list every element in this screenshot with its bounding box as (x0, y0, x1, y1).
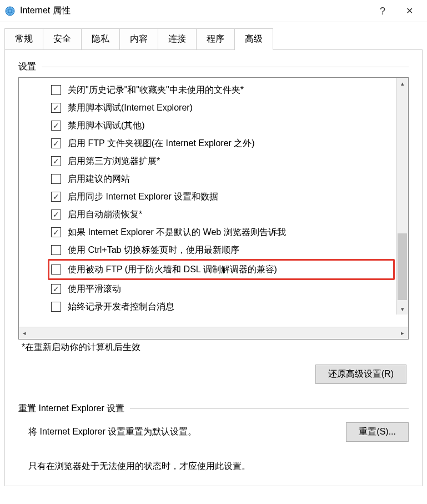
scroll-right-icon[interactable]: ▸ (397, 330, 408, 337)
setting-label: 禁用脚本调试(其他) (68, 120, 145, 132)
tab-privacy[interactable]: 隐私 (82, 28, 120, 50)
setting-row[interactable]: 使用被动 FTP (用于防火墙和 DSL 调制解调器的兼容) (48, 259, 395, 280)
tab-content[interactable]: 内容 (120, 28, 158, 50)
setting-row[interactable]: 启用第三方浏览器扩展* (51, 152, 395, 170)
setting-row[interactable]: 启用 FTP 文件夹视图(在 Internet Explorer 之外) (51, 134, 395, 152)
vertical-scrollbar[interactable]: ▴ ▾ (396, 78, 408, 315)
setting-label: 启用同步 Internet Explorer 设置和数据 (68, 191, 218, 203)
reset-group-title: 重置 Internet Explorer 设置 (18, 403, 409, 415)
setting-row[interactable]: 启用建议的网站 (51, 170, 395, 188)
checkbox[interactable] (51, 209, 61, 219)
tab-security[interactable]: 安全 (43, 28, 82, 50)
close-button[interactable]: ✕ (396, 0, 423, 22)
setting-label: 启用 FTP 文件夹视图(在 Internet Explorer 之外) (68, 138, 255, 149)
checkbox[interactable] (51, 192, 61, 202)
setting-label: 使用平滑滚动 (68, 283, 121, 295)
svg-point-0 (6, 7, 14, 16)
settings-list[interactable]: 关闭"历史记录"和"收藏夹"中未使用的文件夹*禁用脚本调试(Internet E… (19, 78, 408, 327)
tab-general[interactable]: 常规 (4, 28, 43, 50)
setting-row[interactable]: 使用平滑滚动 (51, 280, 395, 298)
restart-note: *在重新启动你的计算机后生效 (22, 342, 409, 353)
checkbox[interactable] (51, 103, 61, 113)
checkbox[interactable] (51, 121, 61, 131)
setting-label: 使用被动 FTP (用于防火墙和 DSL 调制解调器的兼容) (68, 264, 277, 276)
checkbox[interactable] (51, 85, 61, 95)
setting-label: 启用建议的网站 (68, 173, 130, 185)
scroll-up-icon[interactable]: ▴ (396, 78, 408, 89)
settings-group-label: 设置 (18, 61, 36, 73)
setting-label: 关闭"历史记录"和"收藏夹"中未使用的文件夹* (68, 84, 244, 96)
tab-bar: 常规 安全 隐私 内容 连接 程序 高级 (0, 28, 427, 49)
window-title: Internet 属性 (20, 5, 369, 17)
titlebar: Internet 属性 ? ✕ (0, 0, 427, 22)
setting-row[interactable]: 禁用脚本调试(Internet Explorer) (51, 99, 395, 117)
horizontal-scrollbar[interactable]: ◂ ▸ (19, 327, 408, 339)
settings-group-title: 设置 (18, 61, 409, 73)
checkbox[interactable] (51, 156, 61, 166)
setting-label: 禁用脚本调试(Internet Explorer) (68, 102, 193, 114)
checkbox[interactable] (51, 284, 61, 294)
reset-group-label: 重置 Internet Explorer 设置 (18, 403, 124, 415)
scroll-left-icon[interactable]: ◂ (19, 330, 30, 337)
setting-label: 始终记录开发者控制台消息 (68, 301, 174, 313)
scroll-thumb[interactable] (398, 233, 407, 300)
checkbox[interactable] (51, 265, 61, 275)
checkbox[interactable] (51, 245, 61, 255)
reset-note: 只有在浏览器处于无法使用的状态时，才应使用此设置。 (28, 461, 409, 472)
reset-section: 重置 Internet Explorer 设置 将 Internet Explo… (18, 403, 409, 472)
checkbox[interactable] (51, 227, 61, 237)
setting-row[interactable]: 启用同步 Internet Explorer 设置和数据 (51, 188, 395, 206)
reset-description: 将 Internet Explorer 设置重置为默认设置。 (28, 426, 346, 438)
setting-row[interactable]: 禁用脚本调试(其他) (51, 117, 395, 134)
help-button[interactable]: ? (369, 0, 396, 22)
checkbox[interactable] (51, 138, 61, 148)
setting-row[interactable]: 使用 Ctrl+Tab 切换标签页时，使用最新顺序 (51, 241, 395, 259)
setting-label: 如果 Internet Explorer 不是默认的 Web 浏览器则告诉我 (68, 227, 286, 238)
setting-row[interactable]: 关闭"历史记录"和"收藏夹"中未使用的文件夹* (51, 81, 395, 99)
tab-programs[interactable]: 程序 (197, 28, 235, 50)
setting-label: 使用 Ctrl+Tab 切换标签页时，使用最新顺序 (68, 244, 239, 256)
setting-row[interactable]: 启用自动崩溃恢复* (51, 206, 395, 223)
scroll-down-icon[interactable]: ▾ (396, 303, 408, 315)
checkbox[interactable] (51, 302, 61, 312)
restore-defaults-button[interactable]: 还原高级设置(R) (315, 365, 406, 384)
advanced-panel: 设置 关闭"历史记录"和"收藏夹"中未使用的文件夹*禁用脚本调试(Interne… (4, 49, 423, 486)
setting-label: 启用自动崩溃恢复* (68, 209, 142, 221)
checkbox[interactable] (51, 174, 61, 184)
internet-options-icon (4, 6, 16, 17)
setting-row[interactable]: 始终记录开发者控制台消息 (51, 298, 395, 316)
setting-row[interactable]: 如果 Internet Explorer 不是默认的 Web 浏览器则告诉我 (51, 223, 395, 241)
setting-label: 启用第三方浏览器扩展* (68, 156, 160, 167)
settings-listbox: 关闭"历史记录"和"收藏夹"中未使用的文件夹*禁用脚本调试(Internet E… (18, 77, 409, 340)
tab-advanced[interactable]: 高级 (235, 28, 273, 50)
reset-button[interactable]: 重置(S)... (346, 422, 409, 442)
tab-connections[interactable]: 连接 (158, 28, 197, 50)
